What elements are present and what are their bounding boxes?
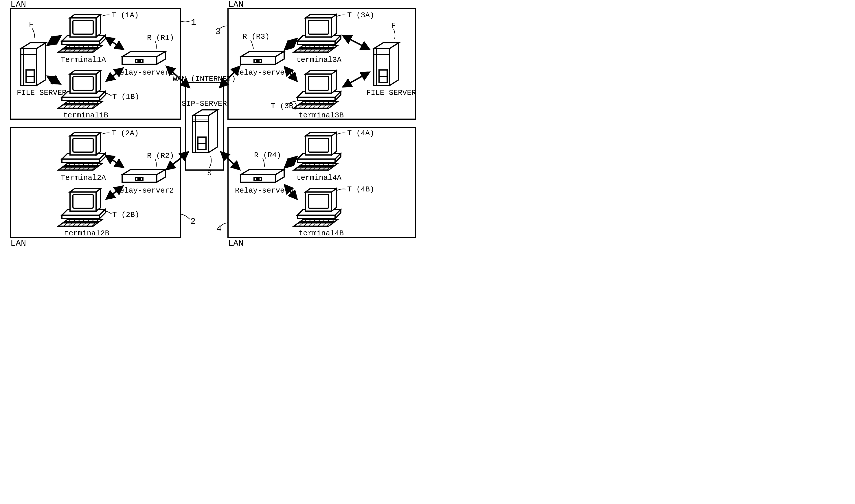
- lan2-tb-callout: T (2B): [112, 211, 139, 219]
- lan1-relay-callout: R (R1): [147, 34, 174, 42]
- lan1-ta-callout: T (1A): [112, 11, 139, 20]
- lan1-tb-name: terminal1B: [63, 111, 108, 120]
- svg-line-19: [48, 36, 61, 45]
- svg-line-25: [285, 39, 297, 50]
- diagram-root: LAN LAN LAN LAN WAN (INTERNET) SIP-SERVE…: [0, 0, 429, 256]
- terminal-icon: [294, 132, 341, 170]
- lan3-fileserver-name: FILE SERVER: [366, 89, 416, 97]
- lan3-fileserver-callout: F: [391, 21, 396, 30]
- relay-icon: [122, 52, 165, 64]
- lan1-relay-name: Relay-server1: [115, 68, 174, 77]
- relay-icon: [241, 52, 284, 64]
- terminal-icon: [294, 71, 341, 108]
- lan1: FILE SERVER F Terminal1A T (1A) terminal…: [17, 11, 196, 120]
- terminal-icon: [294, 188, 341, 226]
- lan3-tb-callout: T (3B): [271, 102, 298, 110]
- lan1-tb-callout: T (1B): [112, 92, 139, 101]
- sip-server-icon: [193, 110, 217, 153]
- lan2-tb-name: terminal2B: [64, 229, 109, 238]
- terminal-icon: [294, 15, 341, 52]
- lan1-fileserver-name: FILE SERVER: [17, 89, 67, 97]
- terminal-icon: [58, 15, 105, 52]
- lan3-ta-name: terminal3A: [296, 55, 342, 64]
- lan3: Relay-server3 R (R3) terminal3A T (3A) t…: [215, 11, 416, 120]
- lan4-ta-name: terminal4A: [296, 174, 342, 182]
- terminal-icon: [58, 188, 105, 226]
- lan3-label: LAN: [228, 0, 244, 10]
- lan2-ta-callout: T (2A): [112, 129, 139, 138]
- lan4-label: LAN: [228, 238, 244, 248]
- lan4-id: 4: [216, 224, 222, 234]
- lan2-label: LAN: [11, 238, 26, 248]
- lan3-ta-callout: T (3A): [347, 11, 374, 20]
- lan4-tb-callout: T (4B): [347, 185, 374, 194]
- sip-label: SIP-SERVER: [182, 100, 227, 108]
- relay-icon: [122, 169, 165, 182]
- relay-icon: [241, 169, 284, 182]
- lan1-id: 1: [191, 18, 196, 28]
- lan2-relay-callout: R (R2): [147, 151, 174, 160]
- lan4: Relay-server4 R (R4) terminal4A T (4A) t…: [216, 129, 374, 238]
- lan2-relay-name: Relay-server2: [115, 186, 174, 195]
- svg-line-21: [106, 38, 123, 49]
- terminal-icon: [58, 132, 105, 170]
- lan1-label: LAN: [11, 0, 26, 10]
- lan4-tb-name: terminal4B: [299, 229, 344, 238]
- lan2-ta-name: Terminal2A: [61, 174, 106, 182]
- lan3-relay-name: Relay-server3: [235, 68, 294, 77]
- lan3-tb-name: terminal3B: [299, 111, 344, 120]
- lan1-fileserver-callout: F: [29, 20, 34, 29]
- svg-line-23: [106, 156, 123, 167]
- svg-line-29: [285, 157, 297, 168]
- lan4-ta-callout: T (4A): [347, 129, 374, 138]
- lan3-relay-callout: R (R3): [243, 32, 270, 41]
- file-server-icon: [374, 43, 399, 86]
- lan2: Terminal2A T (2A) terminal2B T (2B) Rela…: [58, 129, 196, 238]
- lan3-id: 3: [215, 27, 221, 37]
- wan-label: WAN (INTERNET): [173, 75, 236, 83]
- svg-line-20: [48, 76, 60, 84]
- lan2-id: 2: [190, 217, 196, 227]
- sip-callout: S: [207, 169, 212, 178]
- lan4-relay-name: Relay-server4: [235, 186, 294, 195]
- lan1-ta-name: Terminal1A: [61, 55, 106, 64]
- svg-line-28: [343, 72, 369, 87]
- lan4-relay-callout: R (R4): [254, 151, 281, 160]
- svg-line-27: [343, 36, 369, 49]
- file-server-icon: [21, 43, 46, 86]
